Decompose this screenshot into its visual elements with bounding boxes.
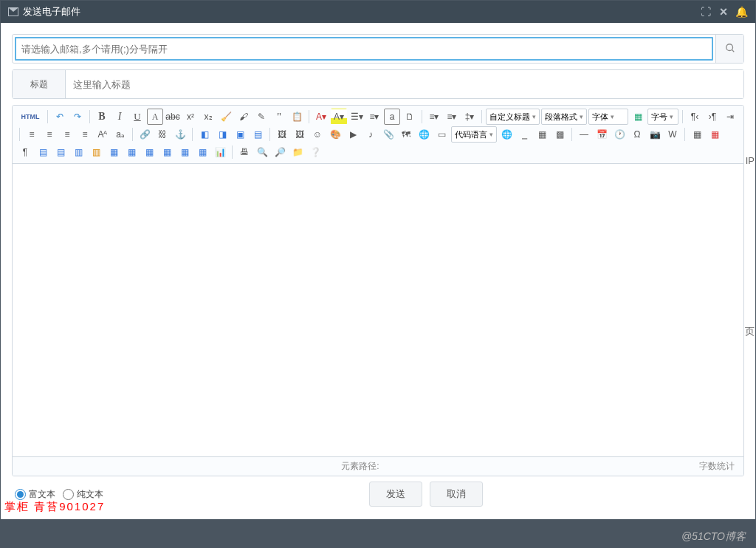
subscript-button[interactable]: x₂: [200, 109, 216, 125]
split-cols-button[interactable]: ▦: [194, 144, 210, 160]
rich-text-radio[interactable]: 富文本: [15, 488, 55, 501]
line-height-button[interactable]: ‡▾: [461, 109, 478, 125]
bold-button[interactable]: B: [94, 109, 110, 125]
redo-button[interactable]: ↷: [69, 109, 86, 125]
align-center-button[interactable]: ≡: [41, 126, 58, 143]
print-button[interactable]: 🖶: [236, 144, 252, 160]
gmap-button[interactable]: 🌐: [416, 126, 432, 143]
svg-line-1: [732, 49, 734, 52]
webapp-button[interactable]: 🌐: [498, 126, 515, 143]
drafts-button[interactable]: 📁: [289, 144, 306, 160]
preview-button[interactable]: 🔍: [254, 144, 270, 160]
fullscreen-button[interactable]: ▦: [630, 109, 646, 125]
rtl-button[interactable]: ›¶: [704, 109, 721, 125]
attachment-button[interactable]: 📎: [380, 126, 396, 143]
row-spacing-top-button[interactable]: ≡▾: [426, 109, 442, 125]
image-center-button[interactable]: ▣: [232, 126, 248, 143]
unordered-list-button[interactable]: ≡▾: [366, 109, 382, 125]
split-cells-button[interactable]: ▦: [159, 144, 175, 160]
back-color-button[interactable]: A▾: [331, 109, 347, 125]
font-family-dropdown[interactable]: 字体: [588, 109, 628, 125]
lowercase-button[interactable]: aₐ: [112, 126, 128, 143]
date-button[interactable]: 📅: [594, 126, 610, 143]
char-count-label[interactable]: 字数统计: [699, 460, 735, 473]
insert-row-button[interactable]: ▤: [35, 144, 51, 160]
image-right-button[interactable]: ◨: [214, 126, 230, 143]
insert-table-button[interactable]: ▦: [689, 126, 705, 143]
time-button[interactable]: 🕐: [611, 126, 628, 143]
help-button[interactable]: ❔: [307, 144, 323, 160]
video-button[interactable]: ▶: [345, 126, 361, 143]
delete-col-button[interactable]: ▥: [88, 144, 104, 160]
multi-image-button[interactable]: 🖼: [292, 126, 308, 143]
editor-content-area[interactable]: [13, 164, 743, 456]
delete-table-button[interactable]: ▦: [707, 126, 723, 143]
bell-icon[interactable]: 🔔: [735, 6, 748, 18]
format-match-button[interactable]: 🖌: [236, 109, 252, 125]
anchor-button[interactable]: ⚓: [172, 126, 188, 143]
insert-col-button[interactable]: ▥: [70, 144, 86, 160]
uppercase-button[interactable]: Aᴬ: [94, 126, 111, 143]
indent-button[interactable]: ⇥: [722, 109, 738, 125]
map-button[interactable]: 🗺: [398, 126, 414, 143]
image-none-button[interactable]: ▤: [250, 126, 266, 143]
background-button[interactable]: ▩: [551, 126, 568, 143]
source-html-button[interactable]: HTML: [17, 109, 44, 125]
plain-text-radio[interactable]: 纯文本: [63, 488, 103, 501]
music-button[interactable]: ♪: [362, 126, 379, 143]
align-justify-button[interactable]: ≡: [77, 126, 93, 143]
spechar-button[interactable]: Ω: [629, 126, 645, 143]
search-replace-button[interactable]: 🔎: [272, 144, 288, 160]
ltr-button[interactable]: ¶‹: [687, 109, 703, 125]
fontborder-button[interactable]: A: [147, 109, 163, 125]
code-lang-dropdown[interactable]: 代码语言: [451, 126, 497, 143]
pasteplain-button[interactable]: 📋: [289, 109, 305, 125]
fore-color-button[interactable]: A▾: [313, 109, 329, 125]
align-left-button[interactable]: ≡: [24, 126, 40, 143]
pagebreak-button[interactable]: ⎯: [516, 126, 532, 143]
rich-text-radio-input[interactable]: [15, 489, 26, 500]
superscript-button[interactable]: x²: [182, 109, 199, 125]
merge-right-button[interactable]: ▦: [123, 144, 140, 160]
remove-format-button[interactable]: 🧹: [218, 109, 234, 125]
merge-cells-button[interactable]: ▦: [106, 144, 122, 160]
unlink-button[interactable]: ⛓: [154, 126, 171, 143]
maximize-icon[interactable]: ⛶: [699, 6, 712, 18]
delete-row-button[interactable]: ▤: [52, 144, 69, 160]
image-left-button[interactable]: ◧: [196, 126, 213, 143]
ordered-list-button[interactable]: ☰▾: [348, 109, 365, 125]
undo-button[interactable]: ↶: [52, 109, 68, 125]
charts-button[interactable]: 📊: [212, 144, 228, 160]
insert-image-button[interactable]: 🖼: [274, 126, 290, 143]
custom-style-dropdown[interactable]: 自定义标题: [486, 109, 540, 125]
snapscreen-button[interactable]: 📷: [647, 126, 663, 143]
italic-button[interactable]: I: [111, 109, 128, 125]
email-recipients-input[interactable]: [14, 36, 714, 61]
selectall-button[interactable]: a: [384, 109, 400, 125]
cancel-button[interactable]: 取消: [430, 482, 483, 507]
merge-down-button[interactable]: ▦: [141, 144, 157, 160]
insert-paragraph-before-button[interactable]: ¶: [17, 144, 33, 160]
font-size-dropdown[interactable]: 字号: [647, 109, 678, 125]
close-icon[interactable]: ×: [717, 4, 730, 20]
search-recipients-button[interactable]: [715, 35, 743, 63]
blockquote-button[interactable]: ": [271, 109, 287, 125]
row-spacing-bottom-button[interactable]: ≡▾: [444, 109, 460, 125]
split-rows-button[interactable]: ▦: [176, 144, 193, 160]
strikethrough-button[interactable]: abc: [165, 109, 181, 125]
plain-text-radio-input[interactable]: [63, 489, 74, 500]
insert-frame-button[interactable]: ▭: [433, 126, 450, 143]
align-right-button[interactable]: ≡: [59, 126, 75, 143]
autotypeset-button[interactable]: ✎: [253, 109, 269, 125]
send-button[interactable]: 发送: [369, 482, 422, 507]
horizontal-rule-button[interactable]: —: [576, 126, 592, 143]
underline-button[interactable]: U: [129, 109, 145, 125]
clear-doc-button[interactable]: 🗋: [402, 109, 418, 125]
wordimage-button[interactable]: W: [664, 126, 681, 143]
emotion-button[interactable]: ☺: [309, 126, 326, 143]
link-button[interactable]: 🔗: [137, 126, 153, 143]
paragraph-dropdown[interactable]: 段落格式: [541, 109, 587, 125]
template-button[interactable]: ▦: [534, 126, 550, 143]
scrawl-button[interactable]: 🎨: [327, 126, 343, 143]
title-input[interactable]: [66, 70, 743, 98]
